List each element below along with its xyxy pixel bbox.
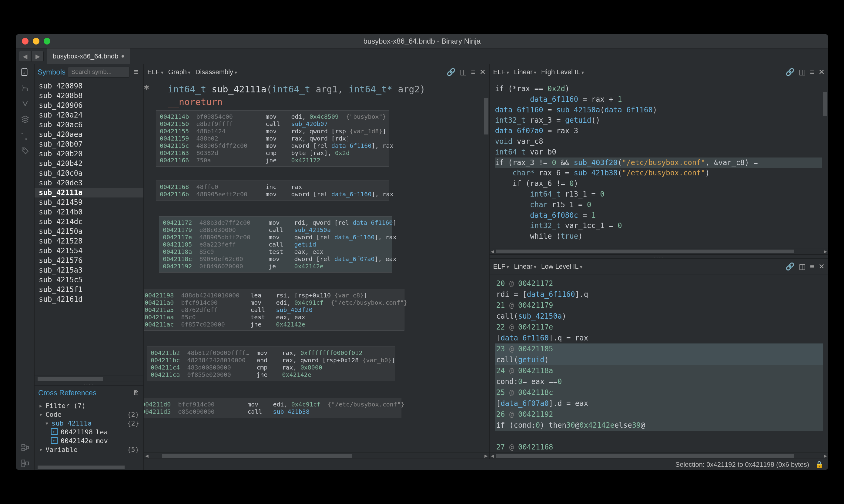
disasm-hscroll[interactable]: ◀▶	[144, 452, 489, 458]
hlil-filetype-dropdown[interactable]: ELF	[493, 68, 509, 76]
close-pane-icon[interactable]: ✕	[819, 262, 825, 271]
breakpoint-gutter-icon[interactable]: ✱	[144, 80, 153, 91]
hlil-body[interactable]: if (*rax == 0x2d) data_6f1160 = rax + 1 …	[489, 80, 828, 248]
disasm-il-dropdown[interactable]: Disassembly	[195, 68, 237, 76]
xrefs-var-row[interactable]: ▾ Variable {5}	[35, 445, 143, 454]
llil-row[interactable]: 26 @ 00421192 if (cond:0) then 30 @ 0x42…	[495, 409, 823, 431]
symbol-item[interactable]: sub_4208b8	[35, 91, 143, 101]
close-window-button[interactable]	[22, 38, 29, 44]
symbol-item[interactable]: sub_420aea	[35, 130, 143, 139]
symbol-item[interactable]: sub_42161d	[35, 294, 143, 304]
disasm-filetype-dropdown[interactable]: ELF	[147, 68, 163, 76]
xref-item[interactable]: ⇤0042142emov	[35, 436, 143, 445]
split-icon[interactable]: ◫	[460, 68, 467, 76]
symbol-item[interactable]: sub_420c0a	[35, 168, 143, 178]
lock-icon[interactable]: 🔒	[815, 461, 823, 469]
stack-icon[interactable]	[18, 113, 32, 126]
llil-row[interactable]: 23 @ 00421185 call(getuid)	[495, 343, 823, 365]
llil-body[interactable]: 20 @ 00421172 rdi = [data_6f1160].q 21 @…	[489, 274, 828, 452]
llil-row[interactable]: 22 @ 0042117e [data_6f1160].q = rax	[495, 322, 823, 343]
disasm-block[interactable]: 00421168 48ffc0 inc rax 0042116b 488905e…	[156, 181, 389, 200]
symbol-item[interactable]: sub_421528	[35, 236, 143, 246]
minimap-icon[interactable]	[18, 441, 32, 454]
variables-icon[interactable]	[18, 97, 32, 110]
llil-row[interactable]: 21 @ 00421179 call(sub_42150a)	[495, 300, 823, 322]
disasm-block[interactable]: 004211d0 bfcf914c00 mov edi, 0x4c91cf {"…	[144, 398, 401, 418]
pane-menu-icon[interactable]: ≡	[810, 262, 814, 271]
symbol-item[interactable]: sub_4214dc	[35, 217, 143, 227]
symbols-hscroll[interactable]	[35, 376, 143, 382]
nav-forward-button[interactable]: ▶	[32, 51, 44, 62]
symbol-item[interactable]: sub_420906	[35, 101, 143, 110]
disasm-view-dropdown[interactable]: Graph	[168, 68, 191, 76]
link-icon[interactable]: 🔗	[786, 262, 795, 271]
llil-filetype-dropdown[interactable]: ELF	[493, 263, 509, 270]
strings-icon[interactable]: “„	[18, 128, 32, 142]
symbol-item[interactable]: sub_4215f1	[35, 285, 143, 294]
right-splitter[interactable]: ······	[489, 254, 828, 259]
disasm-block[interactable]: 00421172 488b3de7ff2c00 mov rdi, qword […	[159, 216, 392, 273]
llil-row[interactable]: 20 @ 00421172 rdi = [data_6f1160].q	[495, 278, 823, 300]
xrefs-fn-row[interactable]: ▾ sub_42111a {2}	[35, 419, 143, 428]
xrefs-new-window-icon[interactable]: 🗎	[133, 389, 140, 397]
symbol-item[interactable]: sub_42150a	[35, 227, 143, 236]
symbol-item[interactable]: sub_421576	[35, 256, 143, 265]
llil-row[interactable]	[495, 431, 823, 442]
close-pane-icon[interactable]: ✕	[819, 68, 825, 76]
split-icon[interactable]: ◫	[799, 262, 806, 271]
tags-icon[interactable]	[18, 144, 32, 158]
xrefs-hscroll[interactable]	[35, 464, 143, 470]
symbol-item[interactable]: sub_420de3	[35, 178, 143, 188]
minimize-window-button[interactable]	[33, 38, 39, 44]
symbol-item[interactable]: sub_421459	[35, 197, 143, 207]
symbol-item[interactable]: sub_42111a	[35, 188, 143, 197]
console-icon[interactable]	[18, 457, 32, 470]
pane-menu-icon[interactable]: ≡	[471, 68, 475, 76]
symbol-item[interactable]: sub_420898	[35, 81, 143, 91]
sidebar-splitter[interactable]: ······	[35, 382, 143, 385]
symbol-item[interactable]: sub_421554	[35, 246, 143, 256]
symbol-item[interactable]: sub_420b07	[35, 139, 143, 149]
link-icon[interactable]: 🔗	[786, 68, 795, 76]
symbol-item[interactable]: sub_420a24	[35, 110, 143, 120]
llil-row[interactable]: 27 @ 00421168 rax = rax + 1	[495, 442, 823, 452]
xrefs-filter-row[interactable]: ▸ Filter (7)	[35, 401, 143, 410]
symbols-icon[interactable]: #	[18, 66, 32, 79]
types-icon[interactable]	[18, 81, 32, 94]
link-icon[interactable]: 🔗	[447, 68, 455, 76]
disasm-block[interactable]: 00421198 488db42410010000 lea rsi, [rsp+…	[144, 289, 404, 331]
pane-menu-icon[interactable]: ≡	[810, 68, 814, 76]
search-placeholder: Search symb...	[71, 69, 111, 75]
disasm-vscroll[interactable]	[483, 80, 489, 452]
symbol-item[interactable]: sub_420ac6	[35, 120, 143, 130]
xrefs-fn-label: sub_42111a	[52, 419, 91, 427]
symbol-item[interactable]: sub_420b20	[35, 149, 143, 159]
xrefs-code-row[interactable]: ▾ Code {2}	[35, 410, 143, 419]
nav-back-button[interactable]: ◀	[19, 51, 31, 62]
disasm-block[interactable]: 0042114b bf09854c00 mov edi, 0x4c8509 {"…	[156, 110, 389, 167]
symbol-search-input[interactable]: Search symb...	[68, 67, 130, 77]
llil-hscroll[interactable]: ◀▶	[489, 452, 828, 458]
disasm-graph[interactable]: 0042114b bf09854c00 mov edi, 0x4c8509 {"…	[153, 101, 480, 452]
llil-view-dropdown[interactable]: Linear	[514, 263, 536, 270]
xref-item[interactable]: ⇤00421198lea	[35, 428, 143, 436]
hlil-il-dropdown[interactable]: High Level IL	[541, 68, 584, 76]
llil-row[interactable]: 25 @ 0042118c [data_6f07a0].d = eax	[495, 387, 823, 409]
close-pane-icon[interactable]: ✕	[480, 68, 486, 76]
llil-row[interactable]: 24 @ 0042118a cond:0 = eax == 0	[495, 365, 823, 387]
llil-il-dropdown[interactable]: Low Level IL	[541, 263, 582, 270]
symbol-item[interactable]: sub_420b42	[35, 159, 143, 168]
split-icon[interactable]: ◫	[799, 68, 806, 76]
symbol-item[interactable]: sub_4215c5	[35, 275, 143, 285]
disasm-block[interactable]: 004211b2 48b812f00000ffff… mov rax, 0xff…	[147, 346, 395, 381]
file-tab[interactable]: busybox-x86_64.bndb	[47, 49, 131, 64]
maximize-window-button[interactable]	[44, 38, 50, 44]
symbol-item[interactable]: sub_4215a3	[35, 265, 143, 275]
symbol-list[interactable]: sub_420898sub_4208b8sub_420906sub_420a24…	[35, 80, 143, 376]
svg-point-4	[23, 149, 24, 150]
hlil-vscroll[interactable]	[822, 80, 828, 248]
hlil-hscroll[interactable]: ◀▶	[489, 248, 828, 254]
symbol-item[interactable]: sub_4214b0	[35, 207, 143, 217]
hlil-view-dropdown[interactable]: Linear	[514, 68, 536, 76]
symbols-menu-icon[interactable]: ≡	[132, 67, 140, 77]
